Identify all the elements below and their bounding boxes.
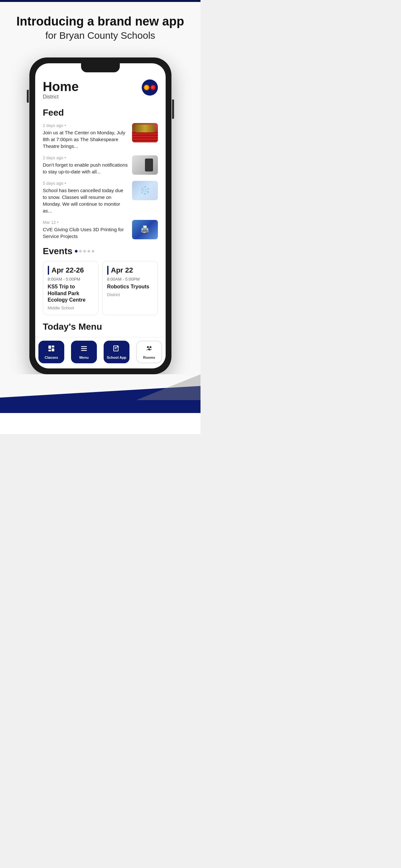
svg-rect-9 (115, 347, 117, 348)
feed-item-2[interactable]: 2 days ago • Don't forget to enable push… (43, 155, 158, 175)
event-date-2: Apr 22 (111, 266, 133, 275)
event-time-1: 8:00AM - 5:00PM (48, 277, 94, 282)
feed-section-title: Feed (43, 107, 158, 118)
snow-image: ❄️ (132, 181, 158, 200)
event-date-bar-2: Apr 22 (107, 266, 153, 275)
svg-rect-1 (52, 345, 54, 347)
svg-point-12 (147, 346, 149, 348)
feed-timestamp-2: 2 days ago • (43, 155, 128, 160)
event-name-2: Robotics Tryouts (107, 283, 153, 290)
event-date-accent-1 (48, 266, 49, 275)
event-date-accent-2 (107, 266, 109, 275)
feed-item-4[interactable]: Mar 12 • CVE Giving Club Uses 3D Printin… (43, 220, 158, 240)
feed-text-2: 2 days ago • Don't forget to enable push… (43, 155, 128, 175)
logo-circle-left (144, 85, 150, 90)
feed-timestamp-1: 2 days ago • (43, 123, 128, 128)
nav-item-rooms[interactable]: Rooms (136, 341, 162, 363)
dot-5 (92, 250, 94, 252)
district-logo[interactable] (142, 80, 158, 96)
events-section: Events (43, 246, 158, 315)
home-title: Home (43, 80, 79, 94)
event-name-1: KS5 Trip to Holland Park Ecology Centre (48, 283, 94, 304)
feed-text-3: 5 days ago • School has been cancelled t… (43, 181, 128, 214)
event-time-2: 8:00AM - 5:00PM (107, 277, 153, 282)
events-row: Apr 22-26 8:00AM - 5:00PM KS5 Trip to Ho… (43, 261, 158, 315)
home-title-group: Home District (43, 80, 79, 100)
phone-device: Home District (29, 58, 172, 374)
logo-circle-right (150, 85, 156, 90)
feed-image-phone (132, 155, 158, 175)
nav-item-school-app[interactable]: School App (104, 341, 129, 363)
svg-rect-0 (49, 345, 51, 349)
svg-rect-6 (81, 348, 87, 349)
page-background: Introducing a brand new app for Bryan Co… (0, 0, 201, 434)
svg-marker-11 (117, 345, 119, 347)
svg-rect-10 (115, 348, 117, 349)
feed-item-3[interactable]: 5 days ago • School has been cancelled t… (43, 181, 158, 214)
feed-timestamp-4: Mar 12 • (43, 220, 128, 225)
event-date-bar-1: Apr 22-26 (48, 266, 94, 275)
nav-label-classes: Classes (44, 355, 58, 360)
phone-image (132, 155, 158, 175)
dot-3 (83, 250, 86, 252)
feed-body-3: School has been cancelled today due to s… (43, 187, 128, 214)
feed-body-1: Join us at The Center on Monday, July 8t… (43, 129, 128, 150)
event-location-2: District (107, 292, 153, 297)
phone-notch (81, 63, 120, 72)
event-card-1[interactable]: Apr 22-26 8:00AM - 5:00PM KS5 Trip to Ho… (43, 261, 98, 315)
feed-image-theater (132, 123, 158, 143)
logo-circles (144, 85, 156, 90)
feed-image-snow: ❄️ (132, 181, 158, 200)
nav-label-menu: Menu (80, 355, 89, 360)
svg-point-13 (150, 346, 151, 348)
theater-image (132, 123, 158, 143)
district-logo-inner (143, 80, 157, 95)
event-date-1: Apr 22-26 (52, 266, 84, 275)
nav-label-school-app: School App (107, 355, 127, 360)
feed-body-4: CVE Giving Club Uses 3D Printing for Ser… (43, 226, 128, 240)
bottom-decor-gray (136, 374, 201, 400)
feed-text-1: 2 days ago • Join us at The Center on Mo… (43, 123, 128, 150)
menu-icon (80, 345, 88, 354)
subheadline: for Bryan County Schools (10, 30, 191, 41)
classes-icon (48, 345, 55, 354)
feed-body-2: Don't forget to enable push notification… (43, 161, 128, 175)
todays-menu-title: Today's Menu (43, 321, 158, 332)
feed-section: Feed 2 days ago • Join us at The Center … (43, 107, 158, 240)
feed-image-3d: 🖨️ (132, 220, 158, 239)
feed-item-1[interactable]: 2 days ago • Join us at The Center on Mo… (43, 123, 158, 150)
nav-item-menu[interactable]: Menu (71, 341, 97, 363)
dot-4 (88, 250, 90, 252)
event-location-1: Middle School (48, 306, 94, 310)
screen-content: Home District (35, 63, 166, 332)
header-section: Introducing a brand new app for Bryan Co… (0, 2, 201, 51)
phone-screen: Home District (35, 63, 166, 368)
home-header: Home District (43, 80, 158, 100)
svg-rect-3 (52, 348, 54, 351)
headline: Introducing a brand new app (10, 15, 191, 28)
home-subtitle: District (43, 94, 79, 100)
svg-rect-2 (49, 350, 51, 351)
dot-2 (79, 250, 82, 252)
school-app-icon (113, 345, 120, 354)
3d-image: 🖨️ (132, 220, 158, 239)
feed-text-4: Mar 12 • CVE Giving Club Uses 3D Printin… (43, 220, 128, 240)
bottom-nav: Classes Menu (35, 337, 166, 368)
bottom-decor-area (0, 374, 201, 413)
phone-wrapper: Home District (0, 51, 201, 374)
events-section-title: Events (43, 246, 73, 256)
rooms-icon (145, 345, 153, 354)
dot-1 (75, 250, 78, 252)
svg-rect-7 (81, 350, 87, 351)
feed-timestamp-3: 5 days ago • (43, 181, 128, 186)
nav-item-classes[interactable]: Classes (38, 341, 64, 363)
svg-rect-5 (81, 346, 87, 347)
nav-label-rooms: Rooms (143, 355, 155, 360)
event-card-2[interactable]: Apr 22 8:00AM - 5:00PM Robotics Tryouts … (102, 261, 158, 315)
dot-indicators (75, 250, 94, 252)
events-header: Events (43, 246, 158, 256)
